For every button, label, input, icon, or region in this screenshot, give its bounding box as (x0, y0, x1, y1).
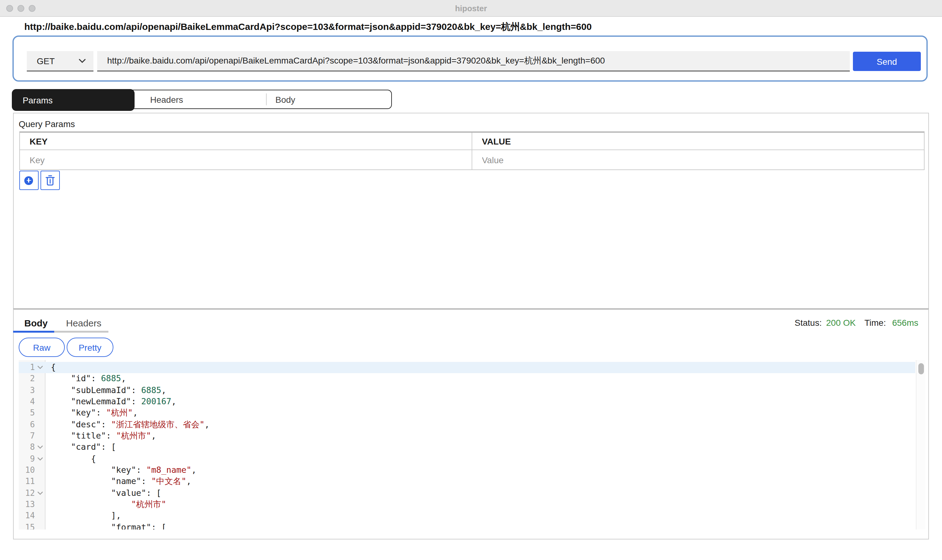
fold-chevron-icon[interactable] (35, 457, 45, 461)
tab-body[interactable]: Body (276, 90, 295, 108)
line-number: 2 (19, 374, 35, 385)
query-params-table: KEY VALUE (19, 131, 924, 170)
line-number: 9 (19, 453, 35, 465)
request-tabs: Params Headers Body (12, 90, 392, 109)
line-number: 13 (19, 499, 35, 511)
table-header-row: KEY VALUE (20, 133, 924, 150)
column-divider (471, 150, 472, 169)
tab-divider (266, 94, 267, 105)
title-bar: hiposter (0, 0, 942, 17)
param-input-row (20, 150, 924, 169)
code-scrollbar[interactable] (916, 360, 925, 529)
params-panel: Query Params KEY VALUE (13, 113, 929, 308)
line-number: 3 (19, 385, 35, 396)
line-number: 14 (19, 511, 35, 522)
line-number: 4 (19, 396, 35, 408)
code-line: 4 "newLemmaId": 200167, (19, 396, 915, 408)
line-number: 12 (19, 488, 35, 499)
app-window: hiposter http://baike.baidu.com/api/open… (0, 0, 942, 560)
code-line: 15 "format": [ (19, 522, 915, 529)
param-key-input[interactable] (29, 150, 459, 169)
code-line: 10 "key": "m8_name", (19, 465, 915, 476)
line-number: 5 (19, 408, 35, 419)
param-value-input[interactable] (482, 150, 912, 169)
key-column-header: KEY (29, 133, 48, 149)
send-button[interactable]: Send (853, 52, 921, 71)
line-number: 10 (19, 465, 35, 476)
pretty-view-button[interactable]: Pretty (67, 338, 113, 357)
url-input[interactable] (97, 51, 850, 72)
chevron-down-icon (78, 58, 86, 63)
fold-chevron-icon[interactable] (35, 366, 45, 369)
code-lines: 1{2 "id": 6885,3 "subLemmaId": 6885,4 "n… (19, 362, 915, 529)
code-line: 8 "card": [ (19, 442, 915, 454)
line-number: 8 (19, 442, 35, 454)
line-number: 15 (19, 522, 35, 529)
time-label: Time: (864, 318, 886, 328)
code-line: 9 { (19, 453, 915, 465)
request-bar: GET Send (12, 35, 928, 82)
raw-view-button[interactable]: Raw (19, 338, 65, 357)
scrollbar-thumb[interactable] (918, 363, 924, 374)
line-number: 11 (19, 476, 35, 488)
fold-chevron-icon[interactable] (35, 446, 45, 449)
query-params-title: Query Params (19, 119, 75, 129)
code-line: 3 "subLemmaId": 6885, (19, 385, 915, 396)
tab-params[interactable]: Params (12, 89, 135, 111)
active-tab-underline (13, 331, 54, 332)
response-status-row: Status: 200 OK Time: 656ms (795, 318, 918, 328)
code-line: 1{ (19, 362, 915, 374)
code-line: 5 "key": "杭州", (19, 408, 915, 419)
code-line: 11 "name": "中文名", (19, 476, 915, 488)
add-param-button[interactable] (19, 171, 38, 190)
tab-underline-track (54, 331, 108, 332)
code-line: 2 "id": 6885, (19, 374, 915, 385)
code-line: 12 "value": [ (19, 488, 915, 499)
code-line: 14 ], (19, 511, 915, 522)
line-number: 7 (19, 431, 35, 442)
line-number: 6 (19, 419, 35, 431)
response-body-code[interactable]: 1{2 "id": 6885,3 "subLemmaId": 6885,4 "n… (19, 360, 925, 529)
request-url-heading: http://baike.baidu.com/api/openapi/Baike… (24, 21, 591, 33)
code-line: 13 "杭州市" (19, 499, 915, 511)
status-label: Status: (795, 318, 822, 328)
trash-icon (46, 175, 55, 186)
delete-param-button[interactable] (40, 171, 60, 190)
time-value: 656ms (892, 318, 918, 328)
window-title: hiposter (0, 4, 942, 13)
column-divider (471, 133, 472, 149)
tab-headers[interactable]: Headers (150, 90, 183, 108)
response-tab-headers[interactable]: Headers (66, 318, 101, 328)
code-line: 6 "desc": "浙江省辖地级市、省会", (19, 419, 915, 431)
response-panel: Body Headers Status: 200 OK Time: 656ms … (13, 308, 929, 540)
method-select-value: GET (37, 56, 78, 66)
line-number: 1 (19, 362, 35, 374)
status-value: 200 OK (826, 318, 856, 328)
method-select[interactable]: GET (27, 51, 94, 72)
plus-icon (24, 176, 33, 185)
code-line: 7 "title": "杭州市", (19, 431, 915, 442)
fold-chevron-icon[interactable] (35, 491, 45, 495)
value-column-header: VALUE (482, 133, 511, 149)
response-tab-body[interactable]: Body (24, 318, 48, 328)
